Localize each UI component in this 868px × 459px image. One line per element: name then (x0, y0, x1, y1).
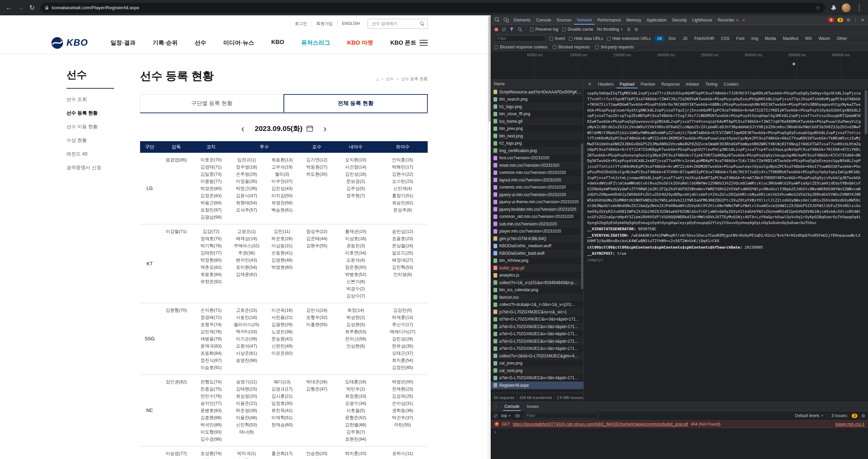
request-row[interactable]: common.min.css?version=20231020 (491, 169, 583, 177)
eye-icon[interactable] (515, 414, 520, 418)
scrollbar-thumb[interactable] (488, 16, 491, 122)
console-filter-input[interactable] (524, 413, 599, 419)
request-row[interactable]: KBODiaGothic_medium.woff (491, 242, 583, 250)
devtools-tab-security[interactable]: Security (669, 15, 689, 25)
request-row[interactable]: btn_ico_calendar.png (491, 286, 583, 294)
disable-cache-checkbox[interactable]: Disable cache (562, 27, 593, 32)
error-source-link[interactable]: player.min.css:1 (835, 422, 865, 427)
request-row[interactable]: favicon.ico (491, 294, 583, 301)
request-row[interactable]: collect?v=1&_v=j101&a=918454843&t=p... (491, 279, 583, 286)
tab-all[interactable]: 전체 등록 현황 (284, 94, 428, 113)
request-row[interactable]: btn_close_fff.png (491, 110, 583, 118)
forward-icon[interactable]: → (17, 4, 24, 11)
devtools-tab-network[interactable]: Network (574, 15, 595, 25)
nav-item[interactable]: 일정·결과 (110, 39, 136, 47)
console-prompt[interactable]: › (491, 428, 868, 435)
reload-icon[interactable]: ↻ (29, 4, 35, 11)
detail-tab-timing[interactable]: Timing (702, 80, 721, 88)
search-input[interactable] (371, 21, 415, 26)
request-row[interactable]: btn_next.png (491, 132, 583, 140)
devtools-tab-sources[interactable]: Sources (554, 15, 574, 25)
request-row[interactable]: jquery.bxslider.min.css?version=20231020 (491, 206, 583, 213)
invert-checkbox[interactable]: Invert (549, 36, 565, 41)
filter-chip[interactable]: CSS (718, 35, 732, 42)
nav-item[interactable]: 미디어·뉴스 (223, 39, 254, 47)
sidebar-item[interactable]: 선수 등록 현황 (66, 106, 114, 120)
home-icon[interactable]: ⌂ (376, 76, 379, 82)
devtools-tab-memory[interactable]: Memory (624, 15, 644, 25)
filter-funnel-icon[interactable] (509, 27, 514, 31)
detail-tab-preview[interactable]: Preview (638, 80, 658, 88)
nav-item[interactable]: 퓨처스리그 (301, 39, 330, 47)
drawer-menu-icon[interactable]: ⋮ (494, 404, 498, 409)
devtools-tab-elements[interactable]: Elements (511, 15, 533, 25)
page-scrollbar[interactable] (488, 15, 491, 459)
payload-scrollbar[interactable] (865, 90, 867, 134)
request-row[interactable]: jquery-ui.min.css?version=20231020 (491, 191, 583, 198)
sidebar-item[interactable]: 레전드 40 (66, 147, 114, 161)
request-row[interactable]: common_old.min.css?version=20231020 (491, 213, 583, 221)
next-date-button[interactable]: › (323, 123, 327, 134)
filter-chip[interactable]: JS (680, 35, 690, 42)
error-url-link[interactable]: https://lgcxvdabrbch3774324.cdn.ntruss.c… (513, 422, 688, 427)
detail-tab-headers[interactable]: Headers (595, 80, 616, 88)
network-filter-input[interactable] (494, 35, 546, 42)
network-filter-checkbox[interactable]: Blocked requests (553, 45, 590, 49)
console-settings-icon[interactable]: ⚙ (861, 413, 865, 418)
sidebar-item[interactable]: 선수 이동 현황 (66, 120, 114, 134)
detail-tab-cookies[interactable]: Cookies (720, 80, 741, 88)
import-export-har-icon[interactable]: ⇅ (627, 27, 630, 32)
request-row[interactable]: KBODiaGothic_bold.woff (491, 250, 583, 257)
player-search-box[interactable] (368, 19, 428, 29)
back-icon[interactable]: ← (5, 4, 12, 11)
record-icon[interactable] (494, 28, 498, 31)
request-row[interactable]: ico_home.gif (491, 118, 583, 125)
clear-network-icon[interactable] (502, 28, 506, 31)
filter-chip[interactable]: Fetch/XHR (691, 35, 717, 42)
breadcrumb-item[interactable]: 선수 등록 현황 (401, 76, 428, 82)
hide-extension-urls-checkbox[interactable]: Hide extension URLs (607, 36, 651, 41)
devtools-tab-lighthouse[interactable]: Lighthouse (689, 15, 715, 25)
nav-item[interactable]: KBO 폰트 (390, 39, 416, 47)
filter-chip[interactable]: Doc (666, 35, 679, 42)
close-detail-icon[interactable]: ✕ (585, 82, 594, 87)
request-row[interactable]: sub.min.css?version=20231020 (491, 220, 583, 228)
console-context-dropdown[interactable]: top▼ (501, 413, 511, 418)
bookmark-star-icon[interactable]: ☆ (816, 5, 820, 11)
detail-tab-initiator[interactable]: Initiator (683, 80, 702, 88)
request-row[interactable]: btn_search.png (491, 96, 583, 103)
request-row[interactable]: contents.min.css?version=20231020 (491, 184, 583, 191)
network-search-icon[interactable] (518, 27, 522, 32)
filter-chip[interactable]: Other (834, 35, 850, 42)
tab-issues[interactable]: Issues (526, 402, 540, 411)
request-row[interactable]: a?id=G-L70ZGXMJEC&v=3&t=t&pid=171... (491, 330, 583, 338)
detail-tab-response[interactable]: Response (658, 80, 683, 88)
search-icon[interactable] (420, 21, 424, 26)
filter-chip[interactable]: WS (803, 35, 814, 42)
calendar-icon[interactable] (306, 125, 313, 132)
throttling-dropdown[interactable]: No throttling▼ (597, 27, 623, 32)
issues-link[interactable]: 3 Issues: (832, 413, 848, 418)
kbo-logo[interactable]: KBO (51, 37, 88, 49)
devtools-menu-icon[interactable]: ⋮ (853, 17, 858, 23)
log-levels-dropdown[interactable]: Default levels▼ (795, 413, 824, 418)
devtools-tab-recorder[interactable]: Recorder⚠ (715, 15, 742, 25)
name-column-header[interactable]: Name (491, 80, 583, 88)
preserve-log-checkbox[interactable]: Preserve log (530, 27, 558, 32)
request-row[interactable]: a?id=G-L70ZGXMJEC&v=3&t=t&pid=171... (491, 374, 583, 382)
request-row[interactable]: ScriptResource.axd?d=lOnAAAPDuS0PgK... (491, 88, 583, 96)
inspect-element-icon[interactable] (494, 17, 500, 23)
detail-tab-payload[interactable]: Payload (616, 80, 637, 88)
sidebar-item[interactable]: 경력증명서 신청 (66, 161, 114, 175)
filter-chip[interactable]: Media (762, 35, 779, 42)
request-row[interactable]: collect?v=2&tid=G-L70ZGXMJEC&gtm=4... (491, 352, 583, 360)
request-list-scrollbar[interactable] (581, 143, 583, 290)
sidebar-item[interactable]: 선수 조회 (66, 93, 114, 106)
devtools-settings-icon[interactable]: ⚙ (846, 17, 850, 23)
nav-item[interactable]: 선수 (195, 39, 206, 47)
tab-console[interactable]: Console (503, 402, 521, 411)
device-toolbar-icon[interactable] (503, 17, 509, 23)
request-row[interactable]: layout.min.css?version=20231020 (491, 176, 583, 184)
filter-chip[interactable]: All (654, 35, 664, 42)
nav-item[interactable]: KBO (271, 39, 284, 47)
